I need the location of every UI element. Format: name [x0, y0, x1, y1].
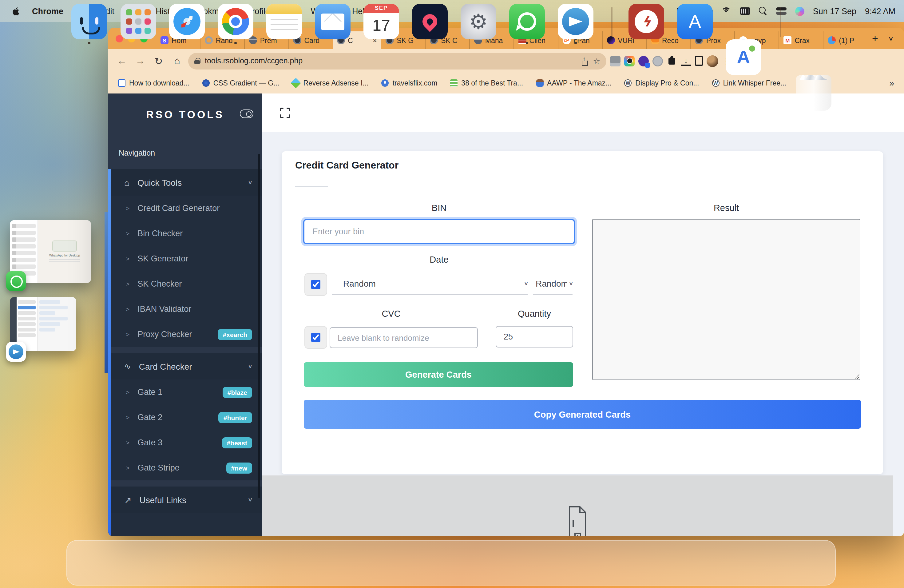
- sidebar-scrollbar[interactable]: [258, 154, 260, 498]
- laptop-illustration: [52, 240, 77, 251]
- year-select[interactable]: Random >: [533, 273, 572, 295]
- sidebar-item-credit-card-generator[interactable]: >Credit Card Generator: [108, 196, 262, 221]
- sidebar-item-gate-1[interactable]: >Gate 1#blaze: [108, 379, 262, 405]
- share-icon[interactable]: [581, 57, 588, 65]
- menu-date[interactable]: Sun 17 Sep: [813, 6, 857, 16]
- dot-favicon: [828, 36, 836, 44]
- sidebar-group-card-checker[interactable]: ∿ Card Checker >: [108, 353, 262, 379]
- cvc-label: CVC: [330, 309, 453, 319]
- dock-safari-icon[interactable]: [169, 4, 205, 40]
- reading-mode-icon[interactable]: [695, 56, 703, 66]
- dock-calendar-icon[interactable]: SEP 17: [363, 4, 399, 40]
- stripe-favicon: S: [161, 36, 169, 44]
- url-text[interactable]: tools.rsoblog.com/ccgen.php: [205, 57, 576, 65]
- tab-notification[interactable]: (1) P: [823, 32, 867, 49]
- clipboard-extension-icon[interactable]: [610, 56, 621, 66]
- menu-app-name[interactable]: Chrome: [32, 6, 63, 16]
- web-extension-icon[interactable]: [653, 56, 663, 66]
- sidebar-toggle-icon[interactable]: [240, 109, 253, 118]
- dock-chrome-icon[interactable]: [218, 4, 253, 40]
- dock-telegram-icon[interactable]: [558, 4, 593, 40]
- fullscreen-icon[interactable]: [280, 107, 290, 118]
- checkbox-input[interactable]: [311, 333, 321, 342]
- tab-crax[interactable]: MCrax: [779, 32, 823, 49]
- dock-system-settings-icon[interactable]: ⚙: [461, 4, 496, 40]
- bookmark-item[interactable]: WLink Whisper Free...: [712, 79, 786, 87]
- bookmarks-bar: How to download... CSS Gradient — G... R…: [108, 73, 904, 93]
- reload-button[interactable]: ↻: [151, 55, 166, 67]
- dock-divider: [780, 7, 781, 37]
- bookmark-item[interactable]: CSS Gradient — G...: [202, 79, 280, 87]
- sidebar-item-gate-stripe[interactable]: >Gate Stripe#new: [108, 455, 262, 481]
- chevron-right-icon: >: [126, 465, 130, 471]
- keyboard-switcher-icon[interactable]: [740, 7, 750, 15]
- back-button[interactable]: ←: [114, 55, 129, 66]
- generate-cards-button[interactable]: Generate Cards: [304, 362, 573, 387]
- copy-generated-cards-button[interactable]: Copy Generated Cards: [304, 400, 861, 429]
- apple-menu-icon[interactable]: [12, 6, 20, 16]
- running-indicator-chrome: [234, 42, 237, 44]
- month-select[interactable]: Random >: [332, 273, 528, 295]
- dock-trash-icon[interactable]: [796, 75, 831, 111]
- cvc-input[interactable]: [330, 327, 478, 348]
- sidebar-item-iban-validator[interactable]: >IBAN Validator: [108, 296, 262, 322]
- bookmark-item[interactable]: 38 of the Best Tra...: [450, 79, 523, 87]
- wifi-icon[interactable]: [721, 7, 731, 15]
- sidebar-item-bin-checker[interactable]: >Bin Checker: [108, 221, 262, 246]
- date-random-checkbox[interactable]: [304, 273, 327, 296]
- quantity-input[interactable]: [496, 326, 573, 348]
- sidebar-group-useful-links[interactable]: ↗ Useful Links >: [108, 487, 262, 513]
- control-center-icon[interactable]: [776, 7, 787, 15]
- sidebar-item-proxy-checker[interactable]: >Proxy Checker#xearch: [108, 322, 262, 347]
- bookmarks-overflow-chevron[interactable]: »: [889, 78, 894, 88]
- dock-android-studio-icon[interactable]: A: [725, 40, 761, 75]
- address-bar[interactable]: tools.rsoblog.com/ccgen.php ☆: [188, 52, 606, 69]
- siri-icon[interactable]: [795, 6, 804, 16]
- bookmark-item[interactable]: AAWP - The Amaz...: [536, 79, 611, 87]
- forward-button[interactable]: →: [133, 55, 148, 66]
- new-tab-button[interactable]: +: [867, 32, 883, 44]
- bookmark-item[interactable]: travelsflix.com: [382, 79, 438, 87]
- dock-xsplit-icon[interactable]: ϟ: [629, 4, 664, 40]
- bookmark-item[interactable]: How to download...: [118, 79, 190, 87]
- sidebar-item-sk-generator[interactable]: >SK Generator: [108, 246, 262, 271]
- pulse-icon: ∿: [124, 362, 131, 371]
- sidebar-group-quick-tools[interactable]: ⌂ Quick Tools >: [108, 169, 262, 196]
- menu-time[interactable]: 9:42 AM: [865, 6, 895, 16]
- sidebar-item-sk-checker[interactable]: >SK Checker: [108, 271, 262, 296]
- wordpress-icon: W: [624, 79, 632, 87]
- telegram-app-badge-icon[interactable]: [6, 342, 26, 362]
- home-button[interactable]: ⌂: [170, 55, 185, 66]
- dock-notes-icon[interactable]: [266, 4, 302, 40]
- broken-image-icon: [567, 506, 587, 536]
- extensions-puzzle-icon[interactable]: [667, 56, 677, 66]
- dock-whatsapp-icon[interactable]: [509, 4, 545, 40]
- profile-avatar[interactable]: [706, 55, 718, 67]
- tab-search-chevron[interactable]: >: [883, 35, 899, 42]
- dock-launchpad-icon[interactable]: [120, 4, 156, 40]
- bin-input[interactable]: [303, 219, 575, 244]
- dock-raycast-icon[interactable]: [412, 4, 448, 40]
- result-textarea[interactable]: [592, 219, 860, 380]
- sidebar-item-gate-3[interactable]: >Gate 3#beast: [108, 430, 262, 455]
- page-title: Credit Card Generator: [295, 160, 398, 171]
- dock-finder-icon[interactable]: [71, 4, 107, 40]
- checkbox-input[interactable]: [311, 280, 321, 289]
- x-extension-icon[interactable]: [638, 56, 649, 66]
- quantity-label: Quantity: [496, 309, 573, 319]
- whatsapp-app-badge-icon[interactable]: [6, 271, 26, 291]
- dock-app-store-icon[interactable]: A: [677, 4, 713, 40]
- cvc-random-checkbox[interactable]: [304, 326, 327, 349]
- camera-extension-icon[interactable]: [624, 56, 635, 66]
- title-divider: [295, 186, 328, 187]
- downloads-icon[interactable]: ↓: [681, 56, 691, 65]
- wordpress-icon: W: [712, 79, 719, 87]
- sidebar-item-gate-2[interactable]: >Gate 2#hunter: [108, 405, 262, 430]
- bookmark-item[interactable]: Reverse Adsense I...: [292, 79, 368, 87]
- bookmark-item[interactable]: WDisplay Pro & Con...: [624, 79, 699, 87]
- bookmark-star-icon[interactable]: ☆: [593, 56, 600, 65]
- badge-blaze: #blaze: [223, 387, 252, 398]
- dock-mail-icon[interactable]: [315, 4, 351, 40]
- chevron-right-icon: >: [126, 414, 130, 421]
- spotlight-search-icon[interactable]: [759, 7, 768, 15]
